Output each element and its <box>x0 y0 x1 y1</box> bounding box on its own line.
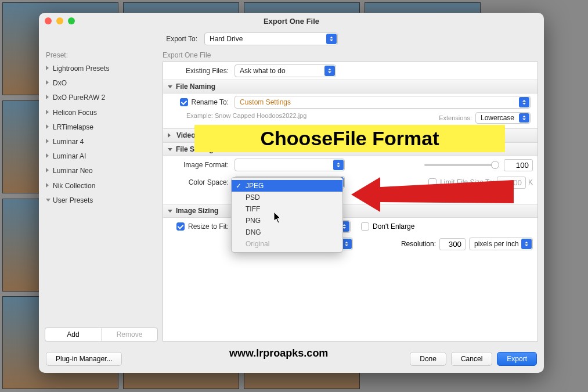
chevron-updown-icon <box>326 34 337 44</box>
rename-to-label: Rename To: <box>192 98 229 106</box>
preset-item[interactable]: LRTimelapse <box>45 120 158 135</box>
format-option[interactable]: DNG <box>232 226 342 238</box>
image-format-select[interactable] <box>235 159 345 171</box>
titlebar: Export One File <box>39 13 544 29</box>
chevron-updown-icon <box>521 239 532 249</box>
plugin-manager-button[interactable]: Plug-in Manager... <box>46 352 122 366</box>
preset-item[interactable]: DxO PureRAW 2 <box>45 91 158 105</box>
rename-template-select[interactable]: Custom Settings <box>235 96 531 109</box>
main-subheader: Export One File <box>163 51 538 59</box>
add-preset-button[interactable]: Add <box>45 328 101 341</box>
resolution-unit-select[interactable]: pixels per inch <box>469 238 533 250</box>
dont-enlarge-checkbox[interactable] <box>361 222 369 231</box>
extensions-select[interactable]: Lowercase <box>475 112 531 124</box>
remove-preset-button: Remove <box>101 328 157 341</box>
watermark-text: www.lrproapks.com <box>229 347 328 359</box>
resize-label: Resize to Fit: <box>188 222 229 231</box>
svg-marker-0 <box>351 177 514 212</box>
resize-checkbox[interactable] <box>176 222 185 231</box>
window-title: Export One File <box>39 17 544 26</box>
export-button[interactable]: Export <box>497 352 537 366</box>
format-option[interactable]: PNG <box>232 215 342 226</box>
format-option[interactable]: JPEG <box>232 180 342 192</box>
preset-item[interactable]: Luminar AI <box>45 149 158 164</box>
preset-item[interactable]: Nik Collection <box>45 179 158 193</box>
triangle-down-icon <box>168 148 172 151</box>
export-to-select[interactable]: Hard Drive <box>204 33 338 45</box>
image-format-dropdown[interactable]: JPEG PSD TIFF PNG DNG Original <box>231 177 343 253</box>
preset-item[interactable]: Luminar Neo <box>45 164 158 178</box>
preset-item[interactable]: User Presets <box>45 193 158 208</box>
export-to-value: Hard Drive <box>210 35 243 43</box>
chevron-updown-icon <box>324 66 335 76</box>
preset-sidebar: Preset: Lightroom Presets DxO DxO PureRA… <box>45 51 158 341</box>
annotation-arrow <box>351 168 514 221</box>
triangle-down-icon <box>168 210 172 213</box>
dont-enlarge-label: Don't Enlarge <box>373 222 414 231</box>
preset-item[interactable]: DxO <box>45 76 158 91</box>
preset-item[interactable]: Luminar 4 <box>45 135 158 149</box>
export-to-label: Export To: <box>39 35 204 43</box>
chevron-updown-icon <box>519 113 529 123</box>
triangle-right-icon <box>168 133 173 138</box>
limit-unit: K <box>528 178 533 186</box>
image-format-label: Image Format: <box>168 161 235 169</box>
existing-files-label: Existing Files: <box>168 67 235 75</box>
preset-item[interactable]: Lightroom Presets <box>45 62 158 76</box>
chevron-updown-icon <box>519 97 529 107</box>
file-naming-header[interactable]: File Naming <box>163 80 538 93</box>
cursor-icon <box>274 212 282 224</box>
format-option[interactable]: Original <box>232 238 342 250</box>
cancel-button[interactable]: Cancel <box>451 352 492 366</box>
resolution-input[interactable] <box>439 238 466 250</box>
resolution-label: Resolution: <box>401 240 436 248</box>
existing-files-select[interactable]: Ask what to do <box>235 64 336 77</box>
extensions-label: Extensions: <box>439 114 472 121</box>
chevron-updown-icon <box>333 160 344 170</box>
format-option[interactable]: TIFF <box>232 203 342 215</box>
format-option[interactable]: PSD <box>232 192 342 203</box>
rename-checkbox[interactable] <box>180 98 188 106</box>
quality-slider[interactable] <box>424 164 499 166</box>
annotation-highlight: ChooseFile Format <box>194 125 505 152</box>
filename-example: Snow Capped Hoodoos2022.jpg <box>215 112 306 119</box>
preset-header: Preset: <box>45 51 158 59</box>
triangle-down-icon <box>168 85 172 88</box>
done-button[interactable]: Done <box>410 352 446 366</box>
preset-item[interactable]: Helicon Focus <box>45 106 158 120</box>
color-space-label: Color Space: <box>168 178 235 186</box>
preset-list[interactable]: Lightroom Presets DxO DxO PureRAW 2 Heli… <box>45 62 158 324</box>
